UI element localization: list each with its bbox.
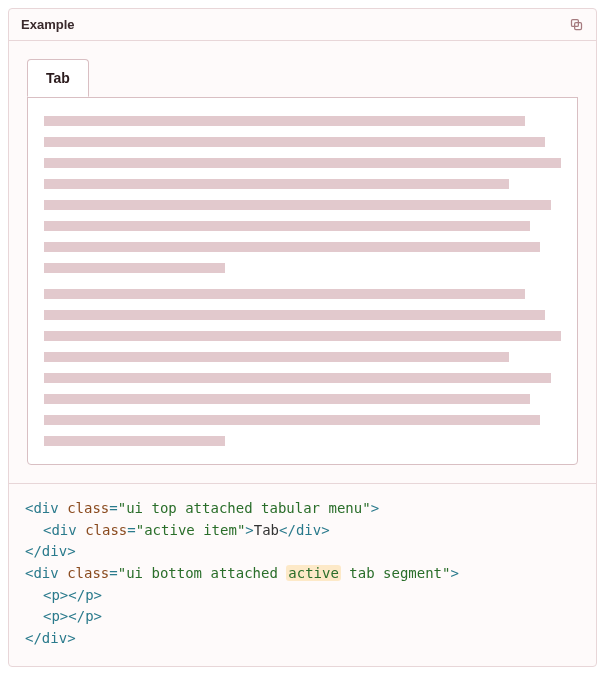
code-token: class: [67, 500, 109, 516]
code-token: "active item": [136, 522, 246, 538]
tab-menu: Tab: [27, 59, 578, 98]
code-token: "ui top attached tabular menu": [118, 500, 371, 516]
placeholder-line: [44, 221, 530, 231]
tab-item[interactable]: Tab: [27, 59, 89, 97]
placeholder-line: [44, 200, 551, 210]
code-token: =: [109, 500, 117, 516]
code-token: <div: [25, 500, 67, 516]
code-token: <p></p>: [43, 608, 102, 624]
placeholder-line: [44, 352, 509, 362]
placeholder-line: [44, 116, 525, 126]
placeholder-line: [44, 242, 540, 252]
placeholder-line: [44, 263, 225, 273]
code-token: class: [67, 565, 109, 581]
placeholder-paragraph: [44, 116, 561, 273]
code-highlight: active: [286, 565, 341, 581]
placeholder-line: [44, 310, 545, 320]
code-token: </div>: [279, 522, 330, 538]
code-token: >: [245, 522, 253, 538]
example-preview: Tab: [9, 41, 596, 483]
code-token: =: [109, 565, 117, 581]
code-block: <div class="ui top attached tabular menu…: [9, 483, 596, 666]
code-token: "ui bottom attached: [118, 565, 287, 581]
copy-code-icon[interactable]: [569, 17, 584, 32]
code-token: </div>: [25, 543, 76, 559]
placeholder-line: [44, 373, 551, 383]
code-token: =: [127, 522, 135, 538]
placeholder-line: [44, 137, 545, 147]
example-header: Example: [9, 9, 596, 41]
code-token: tab segment": [341, 565, 451, 581]
code-token: Tab: [254, 522, 279, 538]
placeholder-paragraph: [44, 289, 561, 446]
code-token: >: [371, 500, 379, 516]
code-token: </div>: [25, 630, 76, 646]
placeholder-line: [44, 394, 530, 404]
placeholder-line: [44, 331, 561, 341]
code-token: <div: [25, 565, 67, 581]
code-token: >: [450, 565, 458, 581]
placeholder-line: [44, 436, 225, 446]
tab-segment: [27, 97, 578, 465]
example-title: Example: [21, 17, 74, 32]
placeholder-line: [44, 158, 561, 168]
code-token: <div: [43, 522, 85, 538]
placeholder-line: [44, 415, 540, 425]
placeholder-line: [44, 179, 509, 189]
code-token: class: [85, 522, 127, 538]
placeholder-line: [44, 289, 525, 299]
code-token: <p></p>: [43, 587, 102, 603]
example-panel: Example Tab <div class="ui top attached …: [8, 8, 597, 667]
